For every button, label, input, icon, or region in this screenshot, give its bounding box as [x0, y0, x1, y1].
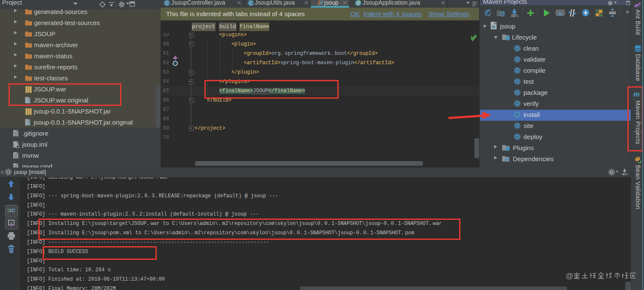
svg-text:C: C [165, 0, 169, 6]
svg-text:C: C [249, 0, 253, 6]
svg-text:@: @ [566, 272, 573, 280]
svg-text:m: m [558, 11, 562, 16]
